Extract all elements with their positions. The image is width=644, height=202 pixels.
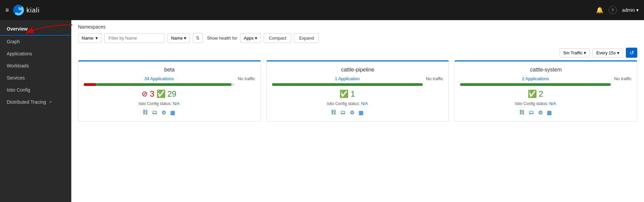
- istio-status-link[interactable]: N/A: [361, 101, 368, 106]
- progress-bar-error: [84, 83, 96, 86]
- help-icon[interactable]: ?: [609, 6, 617, 14]
- progress-bar-cattle-system: [460, 83, 611, 86]
- namespaces-header: Namespaces: [71, 20, 644, 30]
- health-value-label: Apps: [244, 36, 254, 41]
- namespace-card-cattle-pipeline: cattle-pipeline 1 Application ✅ 1 Istio …: [266, 60, 449, 121]
- sort-by-dropdown[interactable]: Name ▾: [167, 33, 190, 43]
- sidebar-item-label: Applications: [7, 51, 32, 56]
- status-row-beta: ⊘ 3 ✅ 29: [84, 89, 234, 99]
- kiali-logo-icon: [13, 5, 24, 15]
- istio-status-beta: Istio Config status: N/A: [84, 101, 234, 106]
- health-for-label: Show health for: [207, 36, 237, 41]
- content-area: Namespaces Name ▾ Name ▾ ⇅ Show health f…: [71, 20, 644, 202]
- card-icons-beta: ⛓ 🗂 ⚙ ▦: [84, 109, 234, 116]
- progress-bar-beta: [84, 83, 234, 86]
- ok-count: 2: [539, 89, 543, 99]
- istio-status-link[interactable]: N/A: [549, 101, 556, 106]
- sidebar-item-istio-config[interactable]: Istio Config: [0, 84, 71, 96]
- traffic-label-cattle-system: No traffic: [614, 76, 632, 81]
- card-icons-cattle-pipeline: ⛓ 🗂 ⚙ ▦: [272, 109, 423, 116]
- name-filter-label: Name: [82, 36, 93, 41]
- apps-link-cattle-system[interactable]: 2 Applications: [460, 76, 611, 81]
- filter-bar: Name ▾ Name ▾ ⇅ Show health for Apps ▾ C…: [71, 30, 644, 46]
- refresh-row: 5m Traffic ▾ Every 15s ▾ ↺: [71, 46, 644, 60]
- refresh-button[interactable]: ↺: [626, 48, 637, 58]
- main-layout: Overview Graph Applications Workloads Se…: [0, 20, 644, 202]
- workloads-icon[interactable]: ⚙: [538, 109, 543, 116]
- user-menu[interactable]: admin ▾: [622, 7, 639, 13]
- kiali-logo: kiali: [13, 5, 40, 15]
- traffic-time-dropdown[interactable]: 5m Traffic ▾: [560, 48, 590, 57]
- traffic-time-chevron-icon: ▾: [584, 50, 586, 55]
- sidebar-item-services[interactable]: Services: [0, 72, 71, 84]
- progress-bar-ok: [96, 83, 231, 86]
- graph-icon[interactable]: ⛓: [331, 109, 336, 116]
- user-menu-chevron-icon: ▾: [636, 7, 639, 13]
- sidebar-item-label: Workloads: [7, 63, 29, 68]
- card-icons-cattle-system: ⛓ 🗂 ⚙ ▦: [460, 109, 611, 116]
- sidebar-item-distributed-tracing[interactable]: Distributed Tracing ↗: [0, 96, 71, 108]
- health-value-dropdown[interactable]: Apps ▾: [240, 33, 261, 43]
- apps-icon[interactable]: 🗂: [152, 109, 157, 116]
- status-row-cattle-system: ✅ 2: [460, 89, 611, 99]
- services-icon[interactable]: ▦: [547, 109, 552, 116]
- sidebar-item-label: Overview: [7, 26, 28, 32]
- sort-direction-button[interactable]: ⇅: [193, 33, 203, 43]
- workloads-icon[interactable]: ⚙: [161, 109, 166, 116]
- graph-icon[interactable]: ⛓: [519, 109, 525, 116]
- apps-icon[interactable]: 🗂: [340, 109, 346, 116]
- sidebar-item-overview[interactable]: Overview: [0, 23, 71, 36]
- refresh-icon: ↺: [630, 50, 634, 56]
- sort-chevron-icon: ▾: [184, 36, 186, 41]
- expand-button[interactable]: Expand: [294, 33, 319, 43]
- kiali-logo-text: kiali: [27, 6, 40, 14]
- name-filter-dropdown[interactable]: Name ▾: [78, 33, 102, 43]
- ok-icon: ✅: [528, 90, 537, 98]
- notifications-icon[interactable]: 🔔: [596, 6, 603, 14]
- sidebar-item-workloads[interactable]: Workloads: [0, 60, 71, 72]
- hamburger-menu-button[interactable]: ≡: [5, 7, 9, 14]
- filter-by-name-input[interactable]: [104, 33, 165, 43]
- navbar: ≡ kiali 🔔 ? admin ▾: [0, 0, 644, 20]
- ok-count: 29: [167, 89, 177, 99]
- namespaces-label: Namespaces: [78, 24, 106, 30]
- refresh-interval-label: Every 15s: [596, 50, 616, 55]
- sidebar-item-label: Istio Config: [7, 87, 30, 93]
- sidebar-item-applications[interactable]: Applications: [0, 48, 71, 60]
- istio-status-cattle-system: Istio Config status: N/A: [460, 101, 611, 106]
- sort-label: Name: [171, 36, 183, 41]
- ok-icon: ✅: [156, 90, 165, 98]
- error-icon: ⊘: [142, 90, 148, 98]
- apps-link-beta[interactable]: 34 Applications: [84, 76, 234, 81]
- workloads-icon[interactable]: ⚙: [350, 109, 354, 116]
- progress-bar-cattle-pipeline: [272, 83, 423, 86]
- compact-button[interactable]: Compact: [264, 33, 291, 43]
- progress-bar-ok: [272, 83, 423, 86]
- namespace-card-cattle-system: cattle-system 2 Applications ✅ 2 Istio C…: [454, 60, 637, 121]
- traffic-label-beta: No traffic: [238, 76, 255, 81]
- istio-status-cattle-pipeline: Istio Config status: N/A: [272, 101, 423, 106]
- progress-bar-ok: [460, 83, 611, 86]
- sidebar-item-label: Graph: [7, 39, 20, 44]
- status-row-cattle-pipeline: ✅ 1: [272, 89, 423, 99]
- health-chevron-icon: ▾: [255, 36, 257, 41]
- graph-icon[interactable]: ⛓: [143, 109, 148, 116]
- namespace-title: beta: [84, 67, 255, 73]
- external-link-icon: ↗: [49, 100, 52, 104]
- services-icon[interactable]: ▦: [170, 109, 175, 116]
- apps-link-cattle-pipeline[interactable]: 1 Application: [272, 76, 423, 81]
- istio-status-link[interactable]: N/A: [173, 101, 180, 106]
- services-icon[interactable]: ▦: [358, 109, 364, 116]
- traffic-time-label: 5m Traffic: [563, 50, 582, 55]
- error-count: 3: [150, 89, 154, 99]
- apps-icon[interactable]: 🗂: [529, 109, 534, 116]
- refresh-interval-dropdown[interactable]: Every 15s ▾: [593, 48, 623, 57]
- traffic-label-cattle-pipeline: No traffic: [426, 76, 444, 81]
- user-name-label: admin: [622, 7, 635, 13]
- sidebar: Overview Graph Applications Workloads Se…: [0, 20, 71, 202]
- navbar-right: 🔔 ? admin ▾: [596, 6, 639, 14]
- ok-icon: ✅: [339, 90, 348, 98]
- refresh-interval-chevron-icon: ▾: [617, 50, 619, 55]
- sidebar-item-graph[interactable]: Graph: [0, 36, 71, 48]
- namespace-title: cattle-pipeline: [272, 67, 444, 73]
